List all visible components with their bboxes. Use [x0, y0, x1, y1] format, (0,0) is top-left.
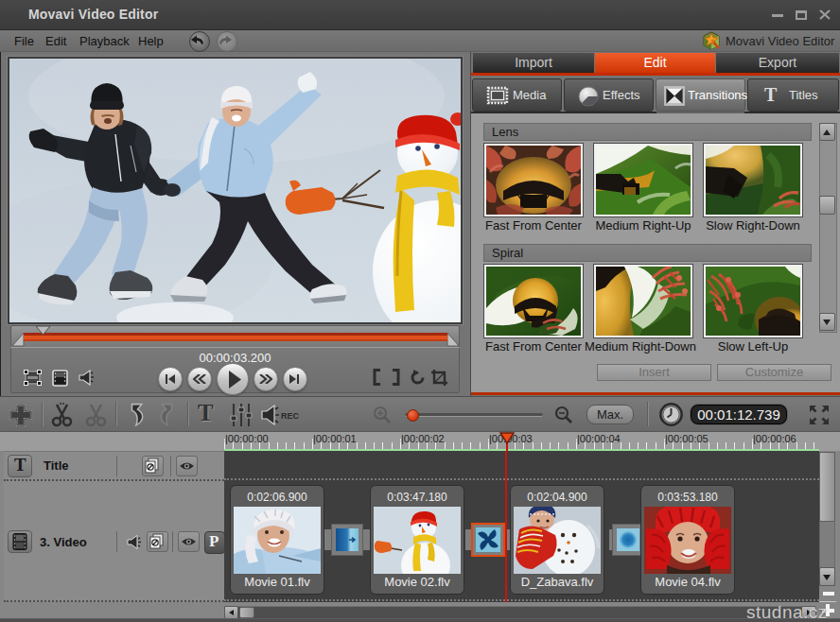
svg-text:REC: REC [281, 411, 299, 421]
